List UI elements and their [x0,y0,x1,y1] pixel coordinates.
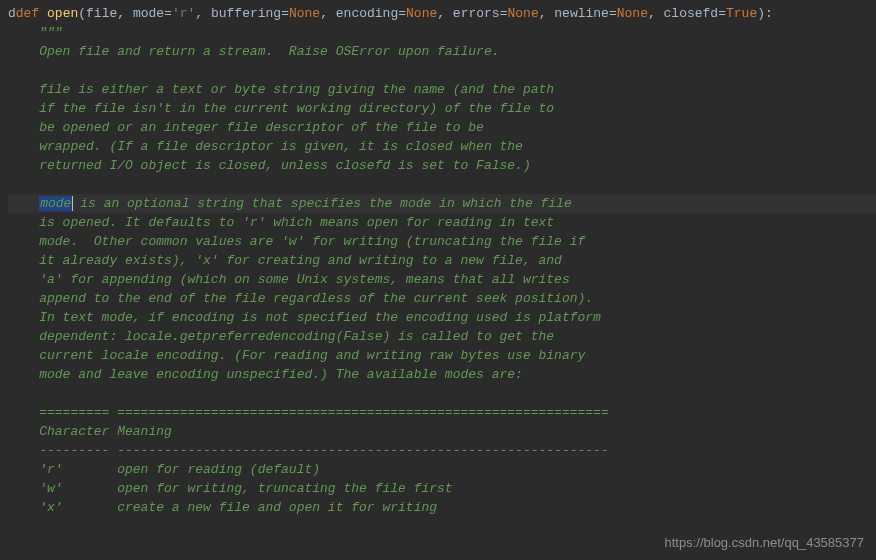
def-keyword: def [16,6,39,21]
docstring-line: 'x' create a new file and open it for wr… [8,498,876,517]
docstring-line: Character Meaning [8,422,876,441]
watermark-text: https://blog.csdn.net/qq_43585377 [665,533,865,552]
docstring-line: file is either a text or byte string giv… [8,80,876,99]
docstring-line: dependent: locale.getpreferredencoding(F… [8,327,876,346]
docstring-line: 'a' for appending (which on some Unix sy… [8,270,876,289]
docstring-open: """ [8,23,876,42]
param-name: newline [554,6,609,21]
docstring-line [8,61,876,80]
docstring-line: mode and leave encoding unspecified.) Th… [8,365,876,384]
selected-word: mode [39,196,72,211]
docstring-line: In text mode, if encoding is not specifi… [8,308,876,327]
docstring-line: be opened or an integer file descriptor … [8,118,876,137]
docstring-line: mode is an optional string that specifie… [8,194,876,213]
docstring-line: returned I/O object is closed, unless cl… [8,156,876,175]
docstring-line: wrapped. (If a file descriptor is given,… [8,137,876,156]
gutter-fragment: d [8,6,16,21]
param-default: None [406,6,437,21]
docstring-line: ========= ==============================… [8,403,876,422]
docstring-line: --------- ------------------------------… [8,441,876,460]
docstring-line: is opened. It defaults to 'r' which mean… [8,213,876,232]
param-default: None [507,6,538,21]
param-name: closefd [664,6,719,21]
docstring-line [8,175,876,194]
docstring-line: 'w' open for writing, truncating the fil… [8,479,876,498]
param-name: mode [133,6,164,21]
param-default: True [726,6,757,21]
docstring-line: append to the end of the file regardless… [8,289,876,308]
param-default: 'r' [172,6,195,21]
docstring-line: Open file and return a stream. Raise OSE… [8,42,876,61]
docstring-line: 'r' open for reading (default) [8,460,876,479]
param-default: None [289,6,320,21]
function-name: open [47,6,78,21]
function-signature: ddef open(file, mode='r', buffering=None… [8,4,876,23]
param-name: buffering [211,6,281,21]
param-name: errors [453,6,500,21]
docstring-line: current locale encoding. (For reading an… [8,346,876,365]
docstring-line: mode. Other common values are 'w' for wr… [8,232,876,251]
docstring-line: it already exists), 'x' for creating and… [8,251,876,270]
param-default: None [617,6,648,21]
docstring-line: if the file isn't in the current working… [8,99,876,118]
param-name: encoding [336,6,398,21]
code-editor[interactable]: ddef open(file, mode='r', buffering=None… [0,0,876,517]
param-name: file [86,6,117,21]
docstring-line [8,384,876,403]
